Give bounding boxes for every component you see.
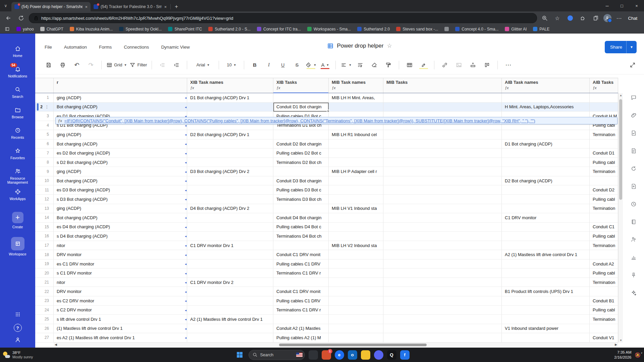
grid-cell[interactable]	[383, 139, 502, 149]
grid-cell[interactable]: s lift drive control Drv 1◂	[54, 315, 187, 324]
grid-cell[interactable]: ging (ACDP)◂	[54, 167, 187, 176]
grid-cell[interactable]	[502, 296, 590, 306]
new-tab-button[interactable]: +	[171, 2, 181, 11]
grid-cell[interactable]: es A2 (1) Mastless lift drive control Dr…	[54, 333, 187, 343]
save-icon[interactable]	[42, 59, 55, 71]
bookmark-item[interactable]: Workspaces - Sma...	[307, 27, 351, 32]
pin-icon[interactable]	[630, 272, 637, 279]
grid-cell[interactable]	[329, 296, 383, 306]
row-number[interactable]: 19	[35, 259, 54, 269]
grid-cell[interactable]	[502, 306, 590, 315]
grid-cell[interactable]	[329, 232, 383, 241]
table-row[interactable]: 20s C1 DRV monitor◂Terminations C1 DRV r…	[35, 268, 623, 278]
grid-cell[interactable]	[383, 315, 502, 324]
grid-cell[interactable]: es D3 Bot charging (ACDP)◂	[54, 185, 187, 195]
grid-cell[interactable]: MIB LH H Mint. Areas,	[329, 93, 383, 103]
fill-handle[interactable]	[327, 110, 330, 113]
row-number[interactable]: 9	[35, 167, 54, 176]
create-button[interactable]: +	[12, 212, 23, 223]
grid-cell[interactable]: A2 (1) Mastless lift drive control Drv 1	[187, 315, 273, 324]
grid-cell[interactable]: Terminations C1 DRV r	[273, 306, 329, 315]
grid-cell[interactable]: Conduit D1 Bot chargin	[273, 103, 329, 112]
share-button[interactable]: Share ▼	[605, 41, 637, 53]
grid-cell[interactable]: Termination	[590, 167, 618, 176]
share-caret-icon[interactable]: ▼	[626, 41, 637, 53]
table-row[interactable]: 7es D2 Bot charging (ACDP)◂Pulling cable…	[35, 148, 623, 158]
grid-cell[interactable]	[383, 324, 502, 334]
grid-cell[interactable]	[273, 315, 329, 324]
table-row[interactable]: 1ging (ACDP)◂D1 Bot charging (ACDP) Drv …	[35, 93, 623, 103]
grid-cell[interactable]	[502, 232, 590, 241]
grid-cell[interactable]	[329, 259, 383, 269]
table-row[interactable]: 22DRV monitor◂Conduit C1 DRV monitB1 Pro…	[35, 287, 623, 296]
bookmark-item[interactable]: PALE	[533, 27, 549, 32]
taskbar-search[interactable]: Search	[249, 350, 305, 360]
grid-cell[interactable]	[329, 268, 383, 278]
grid-cell[interactable]: ging (ACDP)◂	[54, 130, 187, 139]
taskbar-app-app-f[interactable]: f	[400, 350, 410, 360]
vertical-scrollbar[interactable]: ▲ ▼	[618, 93, 623, 343]
row-number[interactable]: 21	[35, 278, 54, 287]
undo-icon[interactable]: ↶	[70, 59, 84, 71]
table-row[interactable]: 14Bot charging (ACDP)◂Conduit D4 Bot cha…	[35, 213, 623, 223]
grid-cell[interactable]	[383, 103, 502, 112]
grid-cell[interactable]	[383, 204, 502, 214]
grid-cell[interactable]	[329, 315, 383, 324]
table-row[interactable]: 5ging (ACDP)◂D2 Bot charging (ACDP) Drv …	[35, 130, 623, 139]
menu-connections[interactable]: Connections	[124, 45, 149, 50]
grid-cell[interactable]	[383, 185, 502, 195]
grid-cell[interactable]: Pulling cabl	[590, 268, 618, 278]
wrap-text-icon[interactable]	[354, 59, 367, 71]
format-painter-icon[interactable]	[382, 59, 395, 71]
weather-widget[interactable]: 38°FMostly sunny	[3, 350, 33, 360]
grid-cell[interactable]	[590, 287, 618, 296]
indent-icon[interactable]	[170, 59, 183, 71]
sidebar-item-search[interactable]: Search	[0, 86, 35, 106]
grid-cell[interactable]	[329, 223, 383, 232]
bookmarks-sidebar-icon[interactable]	[4, 24, 10, 34]
grid-cell[interactable]	[187, 213, 273, 223]
row-number[interactable]: 6	[35, 139, 54, 149]
grid-cell[interactable]	[187, 195, 273, 204]
grid-cell[interactable]: es C2 DRV monitor◂	[54, 296, 187, 306]
grid-cell[interactable]: Termination	[590, 241, 618, 250]
sidebar-item-recents[interactable]: Recents	[0, 127, 35, 147]
table-row[interactable]: 8s D2 Bot charging (ACDP)◂Terminations D…	[35, 158, 623, 167]
grid-cell[interactable]	[383, 223, 502, 232]
row-drag-handle[interactable]: ⋮	[45, 105, 49, 109]
grid-cell[interactable]	[502, 185, 590, 195]
grid-cell[interactable]	[383, 268, 502, 278]
tab-search-caret-icon[interactable]: ∨	[0, 0, 11, 11]
grid-cell[interactable]	[590, 176, 618, 186]
grid-cell[interactable]	[383, 296, 502, 306]
back-icon[interactable]	[3, 13, 13, 23]
grid-cell[interactable]: MIB LH R1 Inbound cel	[329, 130, 383, 139]
app-launcher-icon[interactable]	[15, 311, 21, 319]
grid-cell[interactable]	[329, 195, 383, 204]
grid-cell[interactable]: C1 DRV monitor Drv 1	[187, 241, 273, 250]
row-number[interactable]: 4	[35, 121, 54, 130]
grid-cell[interactable]: s D3 Bot charging (ACDP)◂	[54, 195, 187, 204]
grid-cell[interactable]: es C1 DRV monitor◂	[54, 259, 187, 269]
column-header[interactable]: MIB Tasks	[383, 78, 502, 93]
comments-icon[interactable]	[630, 94, 637, 101]
outdent-icon[interactable]	[156, 59, 169, 71]
grid-cell[interactable]: C1 DRV monitor Drv 2	[187, 278, 273, 287]
row-number[interactable]: 15	[35, 223, 54, 232]
update-requests-icon[interactable]	[630, 165, 637, 172]
grid-cell[interactable]	[383, 195, 502, 204]
browser-tab-active[interactable]: (54) Power drop helper - Smartshe ×	[11, 2, 91, 11]
column-header[interactable]: XIB Tasksƒx	[273, 78, 329, 93]
grid-cell[interactable]: Pulling cables C1 DRV	[273, 296, 329, 306]
grid-cell[interactable]	[187, 148, 273, 158]
row-number[interactable]: 25	[35, 315, 54, 324]
grid-cell[interactable]	[383, 306, 502, 315]
grid-cell[interactable]: Termination	[590, 278, 618, 287]
grid-cell[interactable]	[187, 324, 273, 334]
table-row[interactable]: 15es D4 Bot charging (ACDP)◂Pulling cabl…	[35, 223, 623, 232]
table-row[interactable]: 11es D3 Bot charging (ACDP)◂Pulling cabl…	[35, 185, 623, 195]
grid-cell[interactable]: Conduit D4 Bot chargin	[273, 213, 329, 223]
grid-cell[interactable]: Pulling cabl	[590, 306, 618, 315]
grid-cell[interactable]: s D2 Bot charging (ACDP)◂	[54, 158, 187, 167]
grid-cell[interactable]	[187, 158, 273, 167]
